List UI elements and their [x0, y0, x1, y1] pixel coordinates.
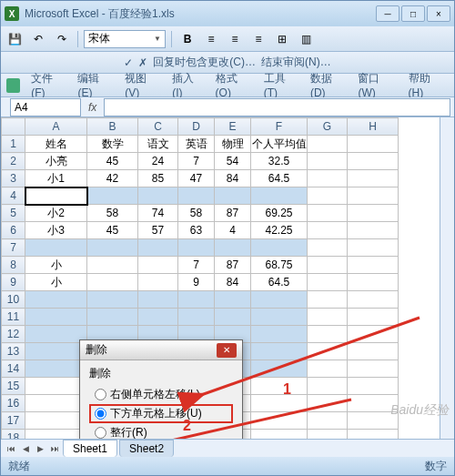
cell[interactable]: 小3	[25, 222, 87, 239]
row-header[interactable]: 11	[2, 309, 25, 326]
cell[interactable]	[348, 326, 399, 343]
cell[interactable]: 87	[215, 205, 251, 222]
col-header-B[interactable]: B	[87, 118, 138, 136]
cell[interactable]	[178, 187, 215, 205]
cell[interactable]	[251, 430, 308, 440]
cell[interactable]: 小2	[25, 205, 87, 222]
cell[interactable]	[308, 222, 348, 239]
redo-icon[interactable]: ↷	[52, 29, 72, 49]
row-header[interactable]: 5	[2, 205, 25, 222]
cell[interactable]	[215, 187, 251, 205]
cell[interactable]: 58	[178, 205, 215, 222]
row-header[interactable]: 6	[2, 222, 25, 239]
cell[interactable]	[308, 430, 348, 440]
col-header-G[interactable]: G	[308, 118, 348, 136]
cell[interactable]	[215, 239, 251, 257]
save-icon[interactable]: 💾	[5, 29, 25, 49]
cell[interactable]	[138, 291, 178, 309]
cell[interactable]	[87, 239, 138, 257]
radio-input[interactable]	[95, 427, 106, 439]
col-header-A[interactable]: A	[25, 118, 87, 136]
row-header[interactable]: 7	[2, 239, 25, 257]
dialog-close-button[interactable]: ✕	[217, 343, 237, 358]
cell[interactable]	[138, 187, 178, 205]
col-header-H[interactable]: H	[348, 118, 399, 136]
cell[interactable]: 物理	[215, 136, 251, 153]
cell[interactable]	[25, 378, 87, 395]
cell[interactable]: 64.5	[251, 274, 308, 291]
cell[interactable]	[138, 257, 178, 274]
cell[interactable]	[308, 343, 348, 360]
col-header-F[interactable]: F	[251, 118, 308, 136]
row-header[interactable]: 16	[2, 395, 25, 412]
row-header[interactable]: 12	[2, 326, 25, 343]
cell[interactable]: 87	[215, 257, 251, 274]
cell[interactable]	[251, 291, 308, 309]
cell[interactable]	[138, 239, 178, 257]
cell[interactable]: 7	[178, 257, 215, 274]
cell[interactable]	[308, 412, 348, 430]
cell[interactable]: 63	[178, 222, 215, 239]
cell[interactable]	[215, 309, 251, 326]
app-icon[interactable]	[6, 78, 20, 93]
cell[interactable]: 姓名	[25, 136, 87, 153]
col-header-D[interactable]: D	[178, 118, 215, 136]
cell[interactable]: 84	[215, 274, 251, 291]
cell[interactable]	[348, 257, 399, 274]
cell[interactable]	[348, 378, 399, 395]
cell[interactable]	[25, 187, 87, 205]
cell[interactable]	[308, 170, 348, 187]
row-header[interactable]: 18	[2, 430, 25, 440]
cell[interactable]	[251, 378, 308, 395]
cell[interactable]	[251, 309, 308, 326]
cell[interactable]	[25, 291, 87, 309]
tab-nav-first-icon[interactable]: ⏮	[5, 442, 17, 455]
cell[interactable]	[308, 309, 348, 326]
cell[interactable]: 45	[87, 153, 138, 170]
cell[interactable]	[215, 291, 251, 309]
close-button[interactable]: ×	[427, 5, 450, 22]
row-header[interactable]: 4	[2, 187, 25, 205]
cell[interactable]: 57	[138, 222, 178, 239]
align-right-icon[interactable]: ≡	[248, 29, 268, 49]
formula-bar[interactable]	[104, 98, 450, 116]
merge-icon[interactable]: ⊞	[272, 29, 292, 49]
maximize-button[interactable]: □	[401, 5, 425, 22]
cell[interactable]	[87, 274, 138, 291]
cell[interactable]: 64.5	[251, 170, 308, 187]
cell[interactable]: 数学	[87, 136, 138, 153]
cell[interactable]	[178, 309, 215, 326]
cell[interactable]	[308, 291, 348, 309]
cell[interactable]	[87, 291, 138, 309]
cell[interactable]	[348, 222, 399, 239]
cell[interactable]	[308, 257, 348, 274]
cell[interactable]	[308, 395, 348, 412]
cell[interactable]: 24	[138, 153, 178, 170]
cell[interactable]	[308, 360, 348, 378]
cell[interactable]: 小	[25, 257, 87, 274]
cell[interactable]: 7	[178, 153, 215, 170]
row-header[interactable]: 2	[2, 153, 25, 170]
row-header[interactable]: 9	[2, 274, 25, 291]
cell[interactable]: 45	[87, 222, 138, 239]
radio-input[interactable]	[95, 408, 106, 420]
cell[interactable]: 小1	[25, 170, 87, 187]
cell[interactable]	[348, 239, 399, 257]
cell[interactable]	[348, 291, 399, 309]
row-header[interactable]: 15	[2, 378, 25, 395]
cell[interactable]	[138, 309, 178, 326]
cell[interactable]	[25, 430, 87, 440]
cell[interactable]	[25, 360, 87, 378]
sheet-tab-2[interactable]: Sheet2	[119, 440, 174, 457]
cell[interactable]	[308, 274, 348, 291]
cell[interactable]	[87, 309, 138, 326]
cell[interactable]: 小亮	[25, 153, 87, 170]
cell[interactable]	[251, 343, 308, 360]
cell[interactable]	[251, 326, 308, 343]
cell[interactable]	[308, 205, 348, 222]
cell[interactable]: 47	[178, 170, 215, 187]
cell[interactable]	[87, 257, 138, 274]
cell[interactable]: 74	[138, 205, 178, 222]
cell[interactable]	[251, 239, 308, 257]
vertical-scrollbar[interactable]	[440, 117, 454, 439]
